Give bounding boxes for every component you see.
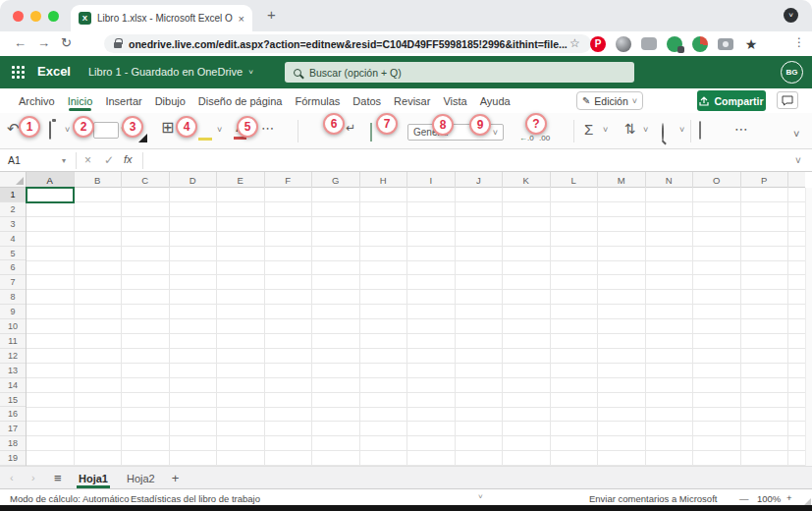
ribbon-tab-diseño-de-página[interactable]: Diseño de página: [197, 91, 284, 111]
row-header-13[interactable]: 13: [0, 364, 26, 378]
row-header-12[interactable]: 12: [0, 349, 26, 364]
prev-sheet-icon[interactable]: ‹: [10, 472, 14, 483]
font-size-box[interactable]: [93, 122, 119, 139]
row-header-17[interactable]: 17: [0, 422, 26, 436]
expand-formula-bar-icon[interactable]: ˅: [795, 155, 801, 166]
merge-cells-icon[interactable]: [370, 125, 372, 141]
column-header-b[interactable]: B: [75, 172, 123, 188]
status-chevron-icon[interactable]: ˅: [478, 492, 483, 501]
wrap-text-icon[interactable]: ↵: [346, 122, 355, 134]
name-box-arrow-icon[interactable]: ▾: [62, 156, 66, 165]
autosum-icon[interactable]: Σ: [584, 122, 593, 137]
ribbon-tab-datos[interactable]: Datos: [352, 91, 382, 111]
editing-mode-button[interactable]: ✎ Edición ˅: [576, 91, 643, 110]
column-header-a[interactable]: A: [27, 172, 75, 188]
ribbon-tab-revisar[interactable]: Revisar: [393, 91, 431, 111]
column-header-i[interactable]: I: [407, 172, 456, 188]
column-header-l[interactable]: L: [551, 172, 599, 188]
fill-color-chevron-icon[interactable]: ˅: [217, 126, 222, 135]
name-box[interactable]: A1: [8, 154, 21, 166]
ribbon-tab-ayuda[interactable]: Ayuda: [479, 91, 512, 111]
ribbon-tab-archivo[interactable]: Archivo: [18, 91, 56, 111]
column-header-o[interactable]: O: [693, 172, 741, 188]
row-header-6[interactable]: 6: [0, 261, 26, 276]
zoom-in-button[interactable]: +: [786, 492, 792, 503]
sheet-tab-hoja2[interactable]: Hoja2: [125, 469, 157, 488]
row-header-18[interactable]: 18: [0, 436, 26, 451]
row-header-9[interactable]: 9: [0, 305, 26, 319]
feedback-link[interactable]: Enviar comentarios a Microsoft: [589, 493, 717, 504]
row-header-14[interactable]: 14: [0, 378, 26, 393]
ribbon-tab-vista[interactable]: Vista: [442, 91, 467, 111]
sort-filter-chevron-icon[interactable]: ˅: [643, 126, 648, 135]
column-header-k[interactable]: K: [503, 172, 551, 188]
resize-handle[interactable]: [804, 498, 811, 505]
camera-extension-icon[interactable]: [718, 38, 733, 50]
green-badge-extension-icon[interactable]: [667, 36, 682, 52]
zoom-out-button[interactable]: —: [739, 493, 749, 504]
comments-button[interactable]: [777, 91, 798, 109]
row-header-8[interactable]: 8: [0, 290, 26, 305]
workbook-stats-status[interactable]: Estadísticas del libro de trabajo: [131, 493, 260, 504]
document-title[interactable]: Libro 1 - Guardado en OneDrive ˅: [88, 66, 253, 78]
zoom-window-button[interactable]: [48, 11, 59, 22]
row-header-4[interactable]: 4: [0, 232, 26, 247]
column-header-f[interactable]: F: [265, 172, 313, 188]
forward-icon[interactable]: →: [37, 35, 50, 50]
selected-cell-a1[interactable]: [26, 187, 75, 203]
avatar[interactable]: BG: [781, 61, 803, 84]
browser-menu-icon[interactable]: ⋮: [793, 35, 806, 49]
bookmark-star-icon[interactable]: ☆: [569, 36, 580, 50]
paste-chevron-icon[interactable]: ˅: [65, 126, 70, 135]
font-group-overflow-icon[interactable]: ⋯: [261, 122, 274, 135]
all-sheets-menu-icon[interactable]: ≡: [54, 471, 62, 485]
reload-icon[interactable]: ↻: [61, 35, 72, 50]
browser-profile-icon[interactable]: ˅: [784, 8, 798, 23]
select-all-corner[interactable]: [0, 172, 27, 188]
app-name[interactable]: Excel: [37, 64, 71, 79]
format-as-table-icon[interactable]: [699, 123, 701, 139]
back-icon[interactable]: ←: [14, 35, 27, 50]
vertical-scrollbar[interactable]: [805, 188, 812, 466]
pinterest-extension-icon[interactable]: P: [590, 36, 606, 52]
enter-icon[interactable]: ✓: [104, 153, 114, 167]
next-sheet-icon[interactable]: ›: [31, 472, 35, 483]
ribbon-tab-insertar[interactable]: Insertar: [104, 91, 142, 111]
row-header-10[interactable]: 10: [0, 319, 26, 334]
calc-mode-status[interactable]: Modo de cálculo: Automático: [10, 493, 129, 504]
tab-close-icon[interactable]: ×: [239, 13, 244, 25]
row-header-2[interactable]: 2: [0, 202, 26, 217]
row-header-7[interactable]: 7: [0, 275, 26, 290]
row-header-3[interactable]: 3: [0, 217, 26, 232]
dark-star-extension-icon[interactable]: ★: [743, 36, 759, 52]
share-button[interactable]: Compartir: [697, 90, 766, 111]
row-header-11[interactable]: 11: [0, 334, 26, 349]
decrease-decimal-icon[interactable]: ←.0: [519, 135, 534, 142]
sort-filter-icon[interactable]: ⇅: [624, 122, 636, 136]
row-header-1[interactable]: 1: [0, 188, 26, 202]
row-header-5[interactable]: 5: [0, 247, 26, 261]
sheet-tab-hoja1[interactable]: Hoja1: [77, 469, 110, 488]
spreadsheet-grid[interactable]: ABCDEFGHIJKLMNOP 12345678910111213141516…: [0, 172, 812, 466]
find-icon[interactable]: [662, 125, 664, 141]
new-tab-button[interactable]: +: [267, 6, 276, 23]
app-launcher-icon[interactable]: [12, 66, 25, 79]
row-header-15[interactable]: 15: [0, 393, 26, 408]
close-window-button[interactable]: [13, 11, 24, 22]
chat-extension-icon[interactable]: [641, 37, 657, 50]
ribbon-tab-fórmulas[interactable]: Fórmulas: [294, 91, 341, 111]
column-header-g[interactable]: G: [312, 172, 360, 188]
url-field[interactable]: onedrive.live.com/edit.aspx?action=editn…: [104, 34, 591, 53]
borders-icon[interactable]: ⊞: [161, 120, 174, 136]
column-header-d[interactable]: D: [170, 172, 218, 188]
column-header-m[interactable]: M: [598, 172, 646, 188]
insert-function-icon[interactable]: fx: [124, 153, 133, 165]
undo-icon[interactable]: ↶: [7, 121, 20, 136]
autosum-chevron-icon[interactable]: ˅: [603, 126, 608, 135]
column-header-h[interactable]: H: [360, 172, 408, 188]
paste-icon[interactable]: [49, 123, 51, 139]
ribbon-tab-dibujo[interactable]: Dibujo: [154, 91, 187, 111]
ribbon-overflow-icon[interactable]: ⋯: [734, 122, 748, 136]
sphere-extension-icon[interactable]: [616, 36, 631, 52]
zoom-level[interactable]: 100%: [757, 493, 781, 504]
